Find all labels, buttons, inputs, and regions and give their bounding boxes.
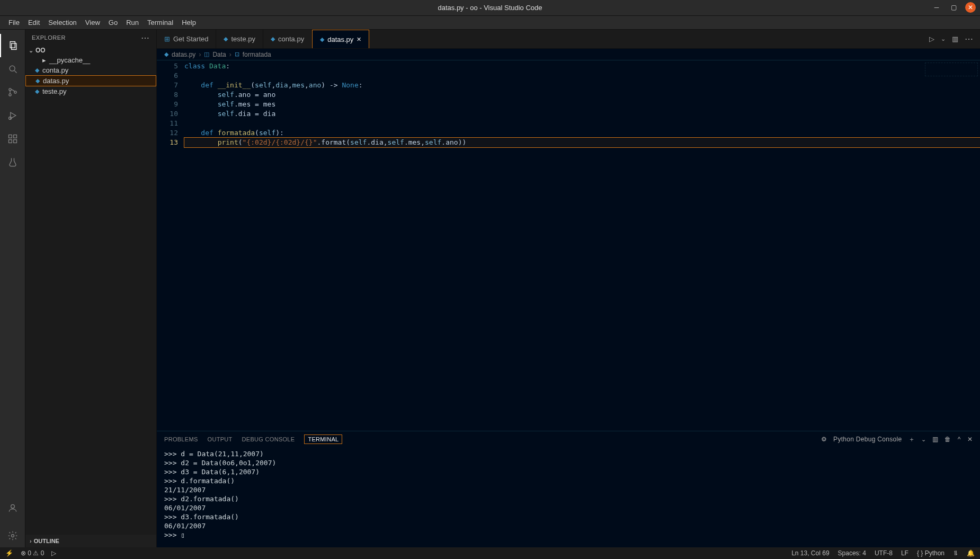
- menu-go[interactable]: Go: [104, 19, 122, 26]
- new-terminal-icon[interactable]: ＋: [908, 435, 915, 444]
- tab-datas-py[interactable]: ◆datas.py✕: [312, 30, 369, 48]
- language-status[interactable]: { } Python: [917, 549, 945, 557]
- code-line[interactable]: self.mes = mes: [184, 100, 980, 109]
- terminal-dropdown-icon[interactable]: ⌄: [921, 436, 926, 443]
- code-line[interactable]: [184, 71, 980, 81]
- notifications-icon[interactable]: 🔔: [967, 549, 975, 557]
- close-tab-icon[interactable]: ✕: [357, 36, 361, 43]
- close-button[interactable]: ✕: [965, 2, 976, 13]
- menu-run[interactable]: Run: [122, 19, 143, 26]
- menu-help[interactable]: Help: [177, 19, 200, 26]
- menubar: FileEditSelectionViewGoRunTerminalHelp: [0, 16, 980, 30]
- maximize-panel-icon[interactable]: ^: [958, 436, 961, 443]
- accounts-icon[interactable]: [0, 496, 25, 520]
- cursor-position[interactable]: Ln 13, Col 69: [791, 549, 829, 557]
- window-controls: ─ ▢ ✕: [931, 2, 976, 13]
- code-editor[interactable]: class Data: def __init__(self,dia,mes,an…: [184, 60, 980, 431]
- line-number: 11: [157, 119, 184, 128]
- breadcrumb[interactable]: ◆ datas.py›◫ Data›⊡ formatada: [157, 49, 980, 60]
- tab-get-started[interactable]: ⊞Get Started: [157, 30, 216, 48]
- tree-item-datas-py[interactable]: ◆datas.py: [25, 75, 156, 86]
- svg-point-14: [11, 535, 14, 537]
- sidebar-title: EXPLORER: [32, 34, 66, 41]
- split-terminal-icon[interactable]: ▥: [932, 436, 938, 443]
- settings-gear-icon[interactable]: [0, 524, 25, 547]
- debug-profile[interactable]: Python Debug Console: [833, 436, 902, 443]
- folder-icon: ▸: [42, 56, 46, 64]
- tab-more-icon[interactable]: ⋯: [965, 34, 974, 44]
- code-line[interactable]: def formatada(self):: [184, 128, 980, 138]
- svg-point-13: [11, 504, 14, 508]
- tree-item-__pycache__[interactable]: ▸__pycache__: [25, 55, 156, 65]
- close-panel-icon[interactable]: ✕: [967, 436, 973, 443]
- debug-settings-icon[interactable]: ⚙: [821, 436, 827, 443]
- py-icon: ◆: [35, 88, 39, 95]
- py-icon: ◆: [224, 36, 228, 42]
- run-dropdown-icon[interactable]: ⌄: [941, 36, 946, 42]
- activity-bar: [0, 30, 25, 547]
- code-line[interactable]: def __init__(self,dia,mes,ano) -> None:: [184, 81, 980, 90]
- menu-edit[interactable]: Edit: [24, 19, 44, 26]
- run-file-icon[interactable]: ▷: [929, 35, 934, 43]
- panel-tab-problems[interactable]: PROBLEMS: [164, 434, 198, 445]
- source-control-icon[interactable]: [0, 81, 25, 104]
- bottom-panel: PROBLEMSOUTPUTDEBUG CONSOLETERMINAL ⚙ Py…: [157, 431, 980, 547]
- debug-start-icon[interactable]: ▷: [51, 549, 56, 557]
- window-title: datas.py - oo - Visual Studio Code: [438, 4, 542, 12]
- explorer-icon[interactable]: [0, 34, 25, 57]
- panel-tab-terminal[interactable]: TERMINAL: [304, 434, 342, 444]
- svg-point-2: [10, 66, 15, 71]
- problems-status[interactable]: ⊗ 0 ⚠ 0: [21, 549, 44, 557]
- split-editor-icon[interactable]: ▥: [952, 35, 958, 43]
- maximize-button[interactable]: ▢: [948, 2, 959, 13]
- indent-status[interactable]: Spaces: 4: [838, 549, 866, 557]
- svg-rect-0: [10, 42, 15, 48]
- remote-icon[interactable]: ⚡: [5, 549, 13, 557]
- menu-file[interactable]: File: [4, 19, 24, 26]
- run-debug-icon[interactable]: [0, 104, 25, 127]
- tree-item-conta-py[interactable]: ◆conta.py: [25, 65, 156, 75]
- kill-terminal-icon[interactable]: 🗑: [945, 436, 951, 443]
- menu-terminal[interactable]: Terminal: [143, 19, 177, 26]
- explorer-sidebar: EXPLORER ⋯ ⌄ OO ▸__pycache__◆conta.py◆da…: [25, 30, 157, 547]
- svg-point-4: [8, 88, 11, 91]
- line-number: 9: [157, 100, 184, 109]
- editor-area: ⊞Get Started◆teste.py◆conta.py◆datas.py✕…: [157, 30, 980, 547]
- panel-tab-output[interactable]: OUTPUT: [208, 434, 233, 445]
- line-number: 12: [157, 128, 184, 138]
- eol-status[interactable]: LF: [901, 549, 908, 557]
- line-number: 10: [157, 109, 184, 119]
- panel-tab-debug-console[interactable]: DEBUG CONSOLE: [242, 434, 295, 445]
- search-icon[interactable]: [0, 57, 25, 81]
- menu-selection[interactable]: Selection: [44, 19, 81, 26]
- line-number: 6: [157, 71, 184, 81]
- minimap[interactable]: [925, 63, 978, 76]
- status-bar: ⚡ ⊗ 0 ⚠ 0 ▷ Ln 13, Col 69 Spaces: 4 UTF-…: [0, 547, 980, 559]
- folder-root[interactable]: ⌄ OO: [25, 46, 156, 55]
- sidebar-more-icon[interactable]: ⋯: [141, 33, 150, 43]
- tab-bar: ⊞Get Started◆teste.py◆conta.py◆datas.py✕…: [157, 30, 980, 49]
- menu-view[interactable]: View: [81, 19, 104, 26]
- code-line[interactable]: self.ano = ano: [184, 90, 980, 100]
- code-line[interactable]: self.dia = dia: [184, 109, 980, 119]
- extensions-icon[interactable]: [0, 127, 25, 150]
- titlebar: datas.py - oo - Visual Studio Code ─ ▢ ✕: [0, 0, 980, 16]
- code-line[interactable]: [184, 119, 980, 128]
- testing-icon[interactable]: [0, 150, 25, 174]
- outline-section[interactable]: › OUTLINE: [25, 535, 156, 547]
- terminal-body[interactable]: >>> d = Data(21,11,2007) >>> d2 = Data(0…: [157, 447, 980, 547]
- py-icon: ◆: [164, 51, 168, 58]
- svg-rect-10: [8, 140, 12, 143]
- tree-item-teste-py[interactable]: ◆teste.py: [25, 86, 156, 96]
- method-icon: ⊡: [235, 51, 239, 58]
- tab-teste-py[interactable]: ◆teste.py: [216, 30, 263, 48]
- code-line[interactable]: class Data:: [184, 61, 980, 71]
- py-icon: ◆: [320, 36, 324, 43]
- encoding-status[interactable]: UTF-8: [875, 549, 893, 557]
- py-icon: ◆: [35, 67, 39, 74]
- minimize-button[interactable]: ─: [931, 2, 942, 13]
- feedback-icon[interactable]: ⥮: [953, 549, 958, 557]
- code-line[interactable]: print("{:02d}/{:02d}/{}".format(self.dia…: [184, 138, 980, 147]
- tab-conta-py[interactable]: ◆conta.py: [263, 30, 312, 48]
- svg-rect-11: [13, 140, 16, 143]
